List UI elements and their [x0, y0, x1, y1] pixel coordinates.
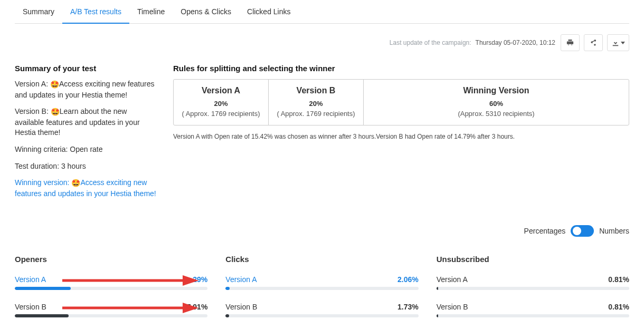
bar-track — [225, 314, 418, 317]
caret-down-icon — [621, 42, 625, 44]
unsub-title: Unsubscribed — [437, 255, 629, 264]
tab-summary[interactable]: Summary — [15, 0, 62, 23]
metric-row: Version A29% — [15, 275, 207, 290]
bar-track — [15, 314, 207, 317]
tabs: Summary A/B Test results Timeline Opens … — [15, 0, 629, 24]
rules-a-sub: ( Approx. 1769 recipients) — [181, 110, 261, 118]
bar-fill — [437, 287, 438, 290]
metric-value: 1.73% — [397, 303, 419, 311]
emoji-icon: 🤩 — [50, 80, 59, 90]
rules-title: Rules for splitting and selecting the wi… — [173, 64, 629, 73]
toggle-right-label: Numbers — [599, 227, 629, 235]
summary-test-duration: Test duration: 3 hours — [15, 161, 157, 172]
bar-track — [225, 287, 418, 290]
summary-winning-prefix: Winning version: — [15, 178, 71, 187]
summary-winning-version[interactable]: Winning version: 🤩Access exciting new fe… — [15, 178, 157, 199]
tab-opens-clicks[interactable]: Opens & Clicks — [173, 0, 239, 23]
toggle-row: Percentages Numbers — [15, 225, 629, 237]
metric-name: Version B — [15, 303, 46, 311]
summary-winning-criteria: Winning criteria: Open rate — [15, 144, 157, 155]
rules-a-pct: 20% — [181, 100, 261, 108]
print-icon — [566, 39, 574, 46]
metric-value: 0.81% — [608, 275, 629, 284]
rules-cell-version-a: Version A 20% ( Approx. 1769 recipients) — [174, 80, 269, 125]
rules-w-title: Winning Version — [371, 86, 621, 95]
summary-version-b-prefix: Version B: — [15, 107, 51, 115]
openers-title: Openers — [15, 255, 207, 264]
rules-cell-winning: Winning Version 60% (Approx. 5310 recipi… — [364, 80, 629, 125]
metric-row: Version A0.81% — [437, 275, 629, 290]
meta-bar: Last update of the campaign: Thursday 05… — [15, 34, 629, 51]
bar-fill — [15, 314, 69, 317]
share-icon — [590, 39, 597, 46]
metric-name[interactable]: Version A — [225, 275, 257, 284]
summary-title: Summary of your test — [15, 64, 157, 73]
metric-value: 2.06% — [397, 275, 419, 284]
rules-w-sub: (Approx. 5310 recipients) — [371, 110, 621, 118]
rules-b-sub: ( Approx. 1769 recipients) — [276, 110, 356, 118]
metric-value: 27.91% — [183, 303, 207, 311]
emoji-icon: 🤩 — [51, 107, 60, 118]
emoji-icon: 🤩 — [71, 178, 80, 189]
summary-version-a-prefix: Version A: — [15, 80, 50, 88]
bar-fill — [225, 314, 229, 317]
clicks-title: Clicks — [225, 255, 418, 264]
tab-ab-test-results[interactable]: A/B Test results — [62, 0, 129, 23]
download-icon — [612, 39, 619, 46]
bar-track — [437, 314, 629, 317]
rules-cell-version-b: Version B 20% ( Approx. 1769 recipients) — [269, 80, 364, 125]
metric-value: 29% — [193, 275, 207, 284]
share-button[interactable] — [584, 34, 603, 51]
metric-name: Version B — [225, 303, 257, 311]
rules-b-title: Version B — [276, 86, 356, 95]
metric-row: Version A2.06% — [225, 275, 418, 290]
switch-knob — [573, 227, 581, 235]
metric-col-clicks: Clicks Version A2.06%Version B1.73%Winni… — [225, 255, 418, 329]
metric-name[interactable]: Version A — [15, 275, 46, 284]
download-button[interactable] — [607, 34, 629, 51]
tab-timeline[interactable]: Timeline — [129, 0, 173, 23]
metric-name: Version B — [437, 303, 468, 311]
metric-name: Version A — [437, 275, 468, 284]
percentages-numbers-switch[interactable] — [571, 225, 594, 237]
metric-value: 0.81% — [608, 303, 629, 311]
rules-table: Version A 20% ( Approx. 1769 recipients)… — [173, 79, 629, 125]
toggle-left-label: Percentages — [524, 227, 566, 235]
bar-track — [15, 287, 207, 290]
metric-row: Version B0.81% — [437, 303, 629, 317]
rules-w-pct: 60% — [371, 100, 621, 108]
metric-row: Version B27.91% — [15, 303, 207, 317]
bar-fill — [437, 314, 438, 317]
last-update-label: Last update of the campaign: — [390, 39, 471, 46]
summary-version-a: Version A: 🤩Access exciting new features… — [15, 79, 157, 100]
print-button[interactable] — [561, 34, 580, 51]
summary-version-b: Version B: 🤩Learn about the new availabl… — [15, 107, 157, 138]
rules-a-title: Version A — [181, 86, 261, 95]
bar-track — [437, 287, 629, 290]
bar-fill — [225, 287, 230, 290]
rules-note: Version A with Open rate of 15.42% was c… — [173, 133, 629, 140]
metric-row: Version B1.73% — [225, 303, 418, 317]
metric-col-unsubscribed: Unsubscribed Version A0.81%Version B0.81… — [437, 255, 629, 329]
bar-fill — [15, 287, 71, 290]
last-update-date: Thursday 05-07-2020, 10:12 — [476, 39, 555, 46]
metric-col-openers: Openers Version A29%Version B27.91%Winni… — [15, 255, 207, 329]
rules-b-pct: 20% — [276, 100, 356, 108]
tab-clicked-links[interactable]: Clicked Links — [239, 0, 298, 23]
